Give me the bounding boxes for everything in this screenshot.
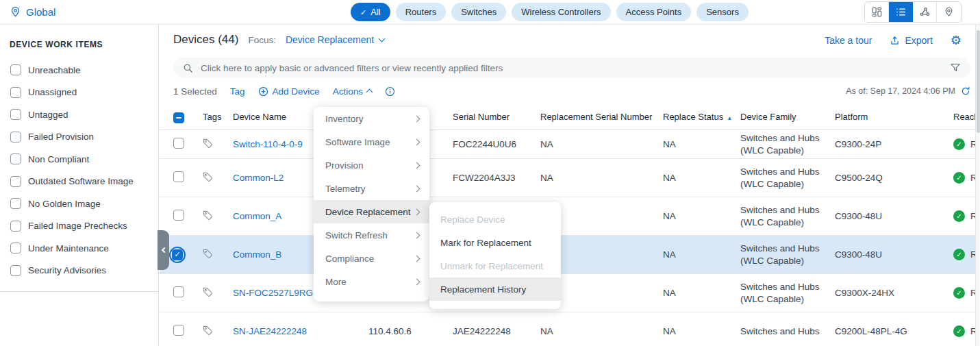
serial-cell: FCW2204A3J3 [453, 173, 540, 183]
device-family-cell: Switches and Hubs (WLC Capable) [740, 204, 835, 229]
device-type-filters: All Routers Switches Wireless Controller… [351, 3, 749, 21]
serial-cell: FOC2244U0U6 [453, 139, 540, 149]
filter-pill-all[interactable]: All [351, 3, 390, 21]
checkbox[interactable] [10, 243, 21, 254]
actions-menu-button[interactable]: Actions [333, 86, 372, 97]
sidebar-item-failed-image-prechecks[interactable]: Failed Image Prechecks [0, 215, 158, 238]
replacement-serial-cell: NA [540, 326, 663, 336]
checkbox[interactable] [10, 87, 21, 98]
table-row[interactable]: Switch-110-4-0-9 FOC2244U0U6 NA NA Switc… [160, 130, 975, 159]
column-replacement-serial-number[interactable]: Replacement Serial Number [540, 112, 663, 122]
sidebar-item-unreachable[interactable]: Unreachable [0, 59, 158, 82]
list-view-icon [896, 7, 906, 17]
scrollbar-thumb[interactable] [977, 30, 980, 133]
device-family-cell: Switches and Hubs [740, 325, 835, 338]
site-selector[interactable]: Global [10, 0, 55, 24]
filter-search-bar[interactable]: Click here to apply basic or advanced fi… [173, 58, 970, 78]
row-checkbox[interactable] [173, 286, 184, 297]
column-platform[interactable]: Platform [835, 112, 953, 122]
column-replace-status[interactable]: Replace Status [663, 112, 740, 122]
table-row[interactable]: Common_A NA Switches and Hubs (WLC Capab… [160, 197, 975, 236]
topology-view-button[interactable] [913, 2, 937, 22]
info-icon[interactable] [385, 86, 395, 97]
menu-item-software-image[interactable]: Software Image [314, 130, 429, 153]
device-replacement-submenu: Replace Device Mark for Replacement Unma… [429, 202, 561, 309]
sidebar-item-no-golden-image[interactable]: No Golden Image [0, 193, 158, 215]
menu-item-more[interactable]: More [314, 270, 429, 293]
search-placeholder: Click here to apply basic or advanced fi… [201, 63, 942, 73]
map-view-button[interactable] [937, 2, 961, 22]
submenu-item-mark-for-replacement[interactable]: Mark for Replacement [429, 231, 561, 254]
checkbox[interactable] [10, 109, 21, 120]
refresh-icon[interactable] [961, 86, 970, 96]
tag-button[interactable]: Tag [230, 86, 245, 97]
devices-panel: Devices (44) Focus: Device Replacement T… [160, 25, 980, 346]
submenu-item-replace-device: Replace Device [429, 208, 561, 231]
submenu-item-replacement-history[interactable]: Replacement History [429, 277, 561, 301]
sidebar-title: DEVICE WORK ITEMS [10, 40, 158, 49]
filter-pill-access-points[interactable]: Access Points [616, 3, 692, 21]
platform-cell: C9300X-24HX [835, 288, 953, 298]
chevron-right-icon [414, 115, 420, 122]
device-name-link[interactable]: SN-JAE24222248 [223, 326, 368, 336]
platform-cell: C9300-24P [835, 139, 953, 149]
vertical-scrollbar[interactable] [975, 25, 980, 346]
filter-pill-sensors[interactable]: Sensors [696, 3, 749, 21]
menu-item-telemetry[interactable]: Telemetry [314, 177, 429, 200]
list-view-button[interactable] [889, 2, 913, 22]
row-checkbox[interactable] [173, 171, 184, 182]
filter-pill-routers[interactable]: Routers [396, 3, 447, 21]
sidebar-item-non-compliant[interactable]: Non Compliant [0, 148, 158, 171]
focus-dropdown[interactable]: Device Replacement [286, 34, 384, 45]
column-serial-number[interactable]: Serial Number [453, 112, 540, 122]
select-all-checkbox[interactable] [173, 112, 184, 123]
filter-pill-switches[interactable]: Switches [451, 3, 506, 21]
row-checkbox[interactable] [173, 210, 184, 221]
checkbox[interactable] [10, 221, 21, 232]
topology-view-icon [920, 7, 930, 17]
checkbox[interactable] [10, 153, 21, 164]
chevron-right-icon [414, 278, 420, 285]
checkbox[interactable] [10, 132, 21, 143]
sidebar-item-untagged[interactable]: Untagged [0, 103, 158, 126]
row-checkbox-checked[interactable] [172, 249, 183, 260]
checkbox[interactable] [10, 176, 21, 187]
add-device-button[interactable]: Add Device [258, 86, 320, 97]
column-device-family[interactable]: Device Family [740, 112, 835, 122]
serial-cell: JAE24222248 [453, 326, 540, 336]
checkbox[interactable] [10, 265, 21, 276]
tag-icon [203, 287, 213, 297]
take-a-tour-link[interactable]: Take a tour [825, 35, 872, 46]
filter-pill-wireless-controllers[interactable]: Wireless Controllers [512, 3, 610, 21]
site-selector-label: Global [26, 6, 55, 18]
chevron-right-icon [414, 162, 420, 169]
column-tags[interactable]: Tags [194, 112, 223, 122]
sidebar-item-under-maintenance[interactable]: Under Maintenance [0, 237, 158, 260]
platform-cell: C9300-48U [835, 249, 953, 260]
row-checkbox[interactable] [173, 138, 184, 149]
menu-item-device-replacement[interactable]: Device Replacement [314, 200, 429, 223]
menu-item-switch-refresh[interactable]: Switch Refresh [314, 223, 429, 247]
menu-item-provision[interactable]: Provision [314, 153, 429, 177]
table-row[interactable]: SN-JAE24222248 110.4.60.6 JAE24222248 NA… [160, 312, 975, 346]
sidebar-collapse-handle[interactable] [158, 230, 169, 270]
filter-funnel-icon[interactable] [950, 62, 961, 73]
menu-item-compliance[interactable]: Compliance [314, 247, 429, 270]
table-row[interactable]: Common-L2 FCW2204A3J3 NA NA Switches and… [160, 159, 975, 197]
gear-icon[interactable] [951, 34, 962, 47]
tag-icon [203, 325, 213, 336]
export-button[interactable]: Export [890, 35, 932, 46]
table-row-selected[interactable]: Common_B NA Switches and Hubs (WLC Capab… [160, 236, 975, 274]
sidebar-item-security-advisories[interactable]: Security Advisories [0, 260, 158, 282]
menu-item-inventory[interactable]: Inventory [314, 107, 429, 130]
checkbox[interactable] [10, 64, 21, 75]
sidebar-item-unassigned[interactable]: Unassigned [0, 82, 158, 104]
action-bar: 1 Selected Tag Add Device Actions As of:… [173, 84, 970, 99]
sidebar-item-outdated-software-image[interactable]: Outdated Software Image [0, 171, 158, 193]
row-checkbox[interactable] [173, 325, 184, 336]
grid-view-button[interactable] [865, 2, 889, 22]
sidebar-item-failed-provision[interactable]: Failed Provision [0, 126, 158, 149]
device-family-cell: Switches and Hubs (WLC Capable) [740, 281, 835, 306]
checkbox[interactable] [10, 198, 21, 209]
table-row[interactable]: SN-FOC2527L9RG NA Switches and Hubs (WLC… [160, 274, 975, 312]
